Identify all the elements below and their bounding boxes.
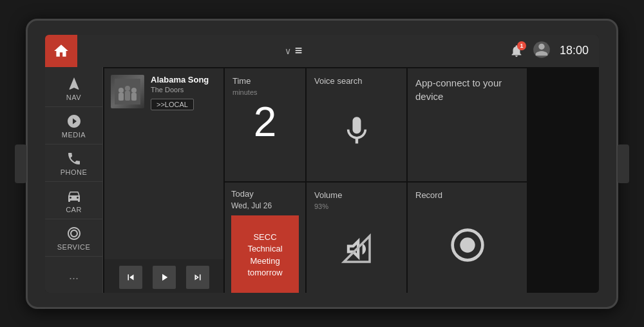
voice-search-tile[interactable]: Voice search <box>307 68 406 181</box>
music-info: Alabama Song The Doors >>LOCAL <box>151 75 217 110</box>
skip-previous-icon <box>125 272 137 283</box>
next-button[interactable] <box>186 266 209 289</box>
sidebar-item-car[interactable]: CAR <box>45 182 102 219</box>
record-circle-icon <box>450 227 486 263</box>
top-bar-center: ∨ ≡ <box>285 43 303 58</box>
band-image <box>115 79 140 104</box>
svg-point-3 <box>125 86 130 91</box>
service-label: SERVICE <box>57 243 91 251</box>
svg-rect-7 <box>131 93 137 101</box>
mic-icon-wrap <box>314 88 399 173</box>
calendar-event: SECC Technical Meeting tomorrow <box>231 215 299 293</box>
svg-point-10 <box>460 237 475 252</box>
music-tile[interactable]: Alabama Song The Doors >>LOCAL <box>104 68 223 293</box>
svg-rect-6 <box>125 91 130 101</box>
time-label: Time <box>232 76 298 86</box>
svg-point-4 <box>131 88 137 93</box>
sidebar-item-media[interactable]: MEDIA <box>45 107 102 144</box>
skip-next-icon <box>192 272 204 283</box>
sidebar-item-nav[interactable]: NAV <box>45 70 102 107</box>
screen: ∨ ≡ 1 18:00 <box>45 35 599 293</box>
svg-point-2 <box>118 88 124 93</box>
calendar-tile[interactable]: Today Wed, Jul 26 SECC Technical Meeting… <box>225 183 305 293</box>
tile-grid: Alabama Song The Doors >>LOCAL <box>103 67 599 293</box>
play-icon <box>158 272 170 283</box>
mount-left <box>15 144 26 183</box>
volume-label: Volume <box>314 190 399 200</box>
svg-marker-8 <box>344 236 370 262</box>
volume-tile[interactable]: Volume 93% <box>307 183 406 293</box>
time-sublabel: minutes <box>232 88 298 96</box>
album-art <box>111 75 144 108</box>
top-bar: ∨ ≡ 1 18:00 <box>45 35 599 67</box>
local-button[interactable]: >>LOCAL <box>151 99 194 110</box>
music-artist: The Doors <box>151 86 217 94</box>
nav-icon <box>66 76 82 92</box>
car-icon <box>66 188 82 204</box>
phone-label: PHONE <box>61 168 88 176</box>
clock-display: 18:00 <box>560 44 589 57</box>
menu-lines-icon[interactable]: ≡ <box>295 43 303 58</box>
home-icon <box>53 43 70 59</box>
top-bar-right: 1 18:00 <box>509 41 589 61</box>
top-bar-left <box>55 35 77 67</box>
sidebar: NAV MEDIA PHONE <box>45 67 103 293</box>
app-connect-tile[interactable]: App-connect to your device <box>408 68 527 181</box>
chevron-down-icon: ∨ <box>285 46 291 56</box>
record-label: Record <box>415 190 519 200</box>
time-value: 2 <box>232 101 298 143</box>
media-icon <box>66 114 82 129</box>
app-connect-text: App-connect to your device <box>415 76 519 103</box>
album-art-image <box>111 75 144 108</box>
car-label: CAR <box>66 206 82 213</box>
play-button[interactable] <box>153 266 176 289</box>
mount-right <box>618 144 629 183</box>
calendar-date: Wed, Jul 26 <box>231 201 299 210</box>
nav-label: NAV <box>66 94 81 101</box>
account-circle-icon <box>533 41 551 59</box>
media-label: MEDIA <box>62 131 86 139</box>
main-content: NAV MEDIA PHONE <box>45 67 599 293</box>
sidebar-more-button[interactable]: ··· <box>45 264 102 293</box>
volume-triangle-icon <box>337 230 376 268</box>
more-label: ··· <box>69 272 79 285</box>
svg-rect-5 <box>118 93 124 101</box>
device-frame: ∨ ≡ 1 18:00 <box>26 19 618 309</box>
sidebar-item-service[interactable]: SERVICE <box>45 219 102 257</box>
notification-icon[interactable]: 1 <box>509 44 524 58</box>
notification-badge: 1 <box>517 41 526 50</box>
user-icon[interactable] <box>533 41 551 61</box>
record-tile[interactable]: Record <box>408 183 527 293</box>
volume-icon-wrap <box>314 210 399 288</box>
voice-label: Voice search <box>314 76 399 86</box>
music-title: Alabama Song <box>151 75 217 84</box>
service-icon <box>66 226 82 241</box>
sidebar-item-phone[interactable]: PHONE <box>45 144 102 182</box>
music-controls <box>104 259 223 293</box>
phone-icon <box>66 151 82 166</box>
home-button[interactable] <box>45 35 77 67</box>
prev-button[interactable] <box>119 266 142 289</box>
volume-value: 93% <box>314 203 399 210</box>
time-tile[interactable]: Time minutes 2 <box>225 68 305 181</box>
calendar-label: Today <box>231 189 299 199</box>
music-header: Alabama Song The Doors >>LOCAL <box>104 68 223 117</box>
record-icon-wrap <box>415 203 519 288</box>
microphone-icon <box>340 114 374 148</box>
